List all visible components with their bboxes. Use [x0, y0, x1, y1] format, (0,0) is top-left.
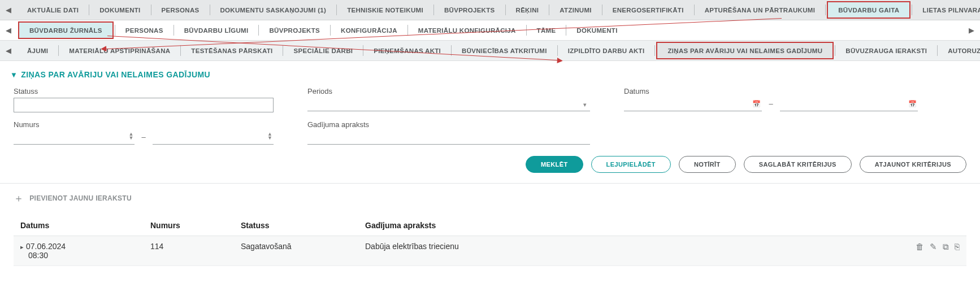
col-desc[interactable]: Gadījuma apraksts — [358, 215, 876, 236]
cell-desc: Dabūja elektrības triecienu — [358, 236, 876, 266]
button-row: Meklēt Lejupielādēt Notīrīt Saglabāt kri… — [0, 153, 980, 183]
expand-caret-icon[interactable]: ▸ — [20, 243, 24, 250]
tab-item[interactable]: Energosertifikāti — [602, 0, 694, 20]
results-area: ＋ Pievienot jaunu ierakstu Datums Numurs… — [0, 183, 980, 266]
restore-criteria-button[interactable]: Atjaunot kritērijus — [860, 156, 966, 173]
clear-button[interactable]: Notīrīt — [679, 156, 736, 173]
scroll-left-icon[interactable]: ◀ — [0, 41, 17, 60]
filter-form: Statuss Periods Datums 📅 – 📅 Numurs — [0, 85, 980, 153]
field-status: Statuss — [14, 87, 274, 112]
period-label: Periods — [307, 87, 590, 95]
range-dash: – — [767, 99, 774, 111]
tab-item[interactable]: Tehniskie noteikumi — [337, 0, 433, 20]
top-tab-strip: ◀ Aktuālie datiDokumentiPersonasDokument… — [0, 0, 980, 20]
sub-tab-strip: ◀ ājumiMateriālu apstiprināšanaTestēšana… — [0, 41, 980, 61]
add-record-button[interactable]: ＋ Pievienot jaunu ierakstu — [14, 191, 966, 215]
col-status[interactable]: Statuss — [234, 215, 358, 236]
range-dash: – — [140, 133, 146, 145]
cell-status: Sagatavošanā — [234, 236, 358, 266]
add-record-label: Pievienot jaunu ierakstu — [29, 194, 132, 202]
calendar-icon[interactable]: 📅 — [908, 100, 917, 108]
status-label: Statuss — [14, 87, 274, 95]
section-title: Ziņas par avāriju vai nelaimes gadījumu — [21, 70, 210, 79]
open-icon[interactable]: ⧉ — [943, 242, 949, 252]
tab-item[interactable]: Atzinumi — [549, 0, 601, 20]
tab-item[interactable]: Būvdarbu žurnāls — [18, 21, 114, 39]
field-date: Datums 📅 – 📅 — [624, 87, 918, 112]
tab-item[interactable]: Materiālu apstiprināšana — [59, 41, 180, 60]
section-header[interactable]: ▼ Ziņas par avāriju vai nelaimes gadījum… — [0, 61, 980, 85]
calendar-icon[interactable]: 📅 — [752, 100, 761, 108]
tab-item[interactable]: Būvdarbu līgumi — [174, 20, 259, 40]
edit-icon[interactable]: ✎ — [930, 242, 937, 252]
tab-separator — [825, 5, 826, 15]
results-table: Datums Numurs Statuss Gadījuma apraksts … — [14, 215, 966, 266]
download-button[interactable]: Lejupielādēt — [591, 156, 671, 173]
cell-time: 08:30 — [20, 251, 48, 260]
tab-item[interactable]: Aktuālie dati — [17, 0, 89, 20]
spinner-icon[interactable]: ▲▼ — [128, 132, 133, 140]
tab-item[interactable]: Rēķini — [506, 0, 549, 20]
tab-item[interactable]: Speciālie darbi — [283, 41, 363, 60]
number-from-input[interactable] — [14, 131, 135, 145]
field-description: Gadījuma apraksts — [307, 120, 590, 145]
tab-item[interactable]: Būvprojekts — [259, 20, 330, 40]
table-row[interactable]: ▸07.06.202408:30114SagatavošanāDabūja el… — [14, 236, 966, 266]
tab-item[interactable]: Būvuzrauga ieraksti — [835, 41, 937, 60]
tab-item[interactable]: Personas — [151, 0, 210, 20]
search-button[interactable]: Meklēt — [526, 156, 583, 173]
tab-item[interactable]: Ziņas par avāriju vai nelaimes gadījumu — [656, 42, 834, 59]
tab-item[interactable]: Izpildīto darbu akti — [558, 41, 655, 60]
field-period: Periods — [307, 87, 590, 112]
tab-item[interactable]: Dokumenti — [566, 20, 627, 40]
delete-icon[interactable]: 🗑 — [916, 242, 924, 252]
tab-item[interactable]: Dokumenti — [89, 0, 150, 20]
spinner-icon[interactable]: ▲▼ — [267, 132, 272, 140]
collapse-caret-icon: ▼ — [10, 71, 18, 79]
number-label: Numurs — [14, 120, 274, 129]
tab-item[interactable]: Būvprojekts — [434, 0, 505, 20]
scroll-right-icon[interactable]: ▶ — [963, 20, 980, 40]
number-to-input[interactable] — [153, 131, 274, 145]
cell-date: 07.06.2024 — [26, 242, 66, 251]
desc-label: Gadījuma apraksts — [307, 120, 590, 129]
date-label: Datums — [624, 87, 918, 95]
tab-separator — [654, 45, 655, 56]
tab-item[interactable]: Autoruzrauga ieraks — [938, 41, 980, 60]
status-input[interactable] — [14, 98, 274, 112]
col-number[interactable]: Numurs — [144, 215, 234, 236]
desc-input[interactable] — [307, 131, 590, 145]
col-date[interactable]: Datums — [14, 215, 144, 236]
plus-icon: ＋ — [14, 191, 24, 205]
copy-icon[interactable]: ⎘ — [955, 242, 960, 252]
date-from-input[interactable] — [624, 98, 762, 111]
tab-item[interactable]: Apturēšana un pārtraukumi — [695, 0, 826, 20]
tab-item[interactable]: Testēšanas pārskati — [181, 41, 283, 60]
tab-item[interactable]: Dokumentu saskaņojumi (1) — [210, 0, 337, 20]
scroll-left-icon[interactable]: ◀ — [0, 20, 17, 40]
tab-item[interactable]: Tāme — [527, 20, 566, 40]
tab-item[interactable]: ājumi — [17, 41, 58, 60]
cell-number: 114 — [144, 236, 234, 266]
tab-item[interactable]: Lietas pilnvaras/dele — [912, 0, 980, 20]
tab-item[interactable]: Būvdarbu gaita — [827, 1, 910, 19]
period-select[interactable] — [307, 98, 590, 111]
date-to-input[interactable] — [780, 98, 918, 111]
save-criteria-button[interactable]: Saglabāt kritērijus — [744, 156, 852, 173]
scroll-left-icon[interactable]: ◀ — [0, 0, 17, 20]
field-number: Numurs ▲▼ – ▲▼ — [14, 120, 274, 145]
